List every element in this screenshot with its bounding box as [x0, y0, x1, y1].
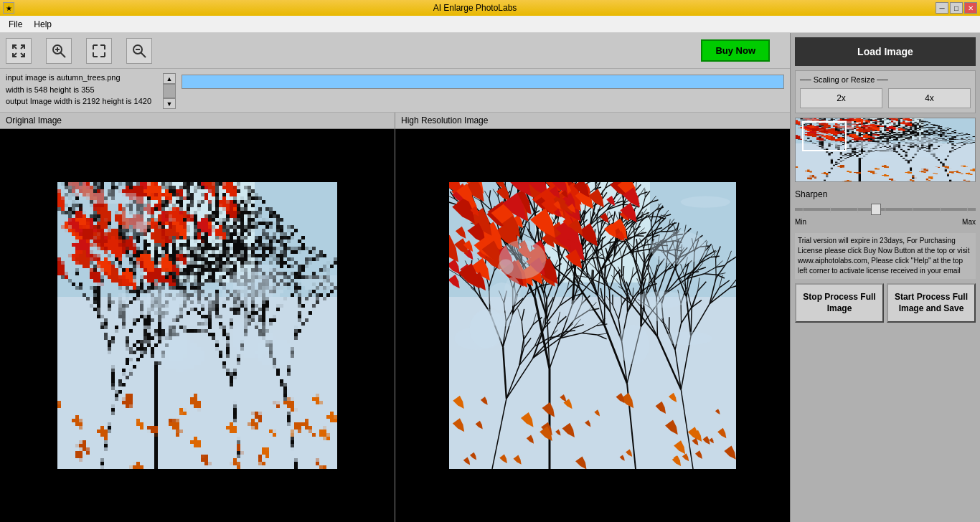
scale-4x-button[interactable]: 4x: [888, 88, 971, 108]
main-area: Buy Now input image is autumn_trees.png …: [0, 33, 980, 522]
original-image-area[interactable]: [0, 129, 395, 522]
sharpen-min-label: Min: [795, 218, 806, 226]
sharpen-max-label: Max: [962, 218, 976, 226]
progress-bar: [182, 75, 784, 89]
progress-fill: [182, 75, 783, 88]
filename-text: input image is autumn_trees.png: [6, 72, 151, 84]
scale-2x-button[interactable]: 2x: [800, 88, 882, 108]
info-bar: input image is autumn_trees.png width is…: [0, 69, 790, 113]
restore-button[interactable]: □: [950, 2, 963, 14]
scaling-box: ── Scaling or Resize ── 2x 4x: [795, 70, 976, 113]
svg-line-5: [61, 52, 66, 57]
fullscreen-button[interactable]: [86, 38, 112, 64]
zoom-out-button[interactable]: [126, 38, 152, 64]
sharpen-labels: Min Max: [795, 218, 976, 226]
window-title: AI Enlarge PhotoLabs: [14, 3, 936, 13]
toolbar: Buy Now: [0, 33, 790, 69]
scroll-down-button[interactable]: ▼: [163, 98, 176, 109]
stop-process-button[interactable]: Stop Process Full Image: [795, 283, 884, 323]
output-dims-text: output Image width is 2192 height is 142…: [6, 95, 151, 108]
buy-now-button[interactable]: Buy Now: [701, 39, 770, 62]
trial-notice: Trial version will expire in 23days, For…: [795, 233, 976, 279]
hires-image-canvas: [449, 182, 736, 469]
titlebar: ★ AI Enlarge PhotoLabs ─ □ ✕: [0, 0, 980, 16]
app-icon: ★: [3, 2, 14, 14]
scaling-title: ── Scaling or Resize ──: [800, 75, 971, 84]
thumbnail-area: [795, 118, 976, 182]
window-controls: ─ □ ✕: [936, 2, 977, 14]
original-label: Original Image: [0, 113, 395, 129]
scaling-options: 2x 4x: [800, 88, 971, 108]
menubar: File Help: [0, 16, 980, 33]
sharpen-track: | | | | | | |: [795, 208, 976, 211]
scroll-thumb[interactable]: [163, 84, 176, 98]
sharpen-thumb[interactable]: [871, 204, 881, 215]
hires-panel: High Resolution Image: [395, 113, 790, 522]
svg-line-9: [141, 52, 146, 57]
menu-file[interactable]: File: [3, 18, 28, 31]
minimize-button[interactable]: ─: [936, 2, 948, 14]
dimensions-text: width is 548 height is 355: [6, 84, 151, 96]
sharpen-title: Sharpen: [795, 189, 976, 199]
content-area: Buy Now input image is autumn_trees.png …: [0, 33, 790, 522]
sharpen-slider-container: | | | | | | |: [795, 202, 976, 217]
scroll-up-button[interactable]: ▲: [163, 73, 176, 84]
hires-label: High Resolution Image: [395, 113, 790, 129]
fit-to-window-button[interactable]: [6, 38, 32, 64]
image-info: input image is autumn_trees.png width is…: [6, 72, 151, 108]
image-panels: Original Image High Resolution Image: [0, 113, 790, 522]
action-buttons: Stop Process Full Image Start Process Fu…: [795, 283, 976, 323]
thumbnail-canvas: [796, 118, 976, 181]
hires-image-area[interactable]: [395, 129, 790, 522]
close-button[interactable]: ✕: [964, 2, 977, 14]
original-panel: Original Image: [0, 113, 395, 522]
sidebar: Load Image ── Scaling or Resize ── 2x 4x…: [790, 33, 980, 522]
load-image-button[interactable]: Load Image: [795, 37, 976, 66]
zoom-in-button[interactable]: [46, 38, 72, 64]
menu-help[interactable]: Help: [28, 18, 57, 31]
sharpen-section: Sharpen | | | | | | | Min Max: [795, 186, 976, 229]
start-process-button[interactable]: Start Process Full Image and Save: [887, 283, 976, 323]
original-image-canvas: [57, 182, 337, 469]
